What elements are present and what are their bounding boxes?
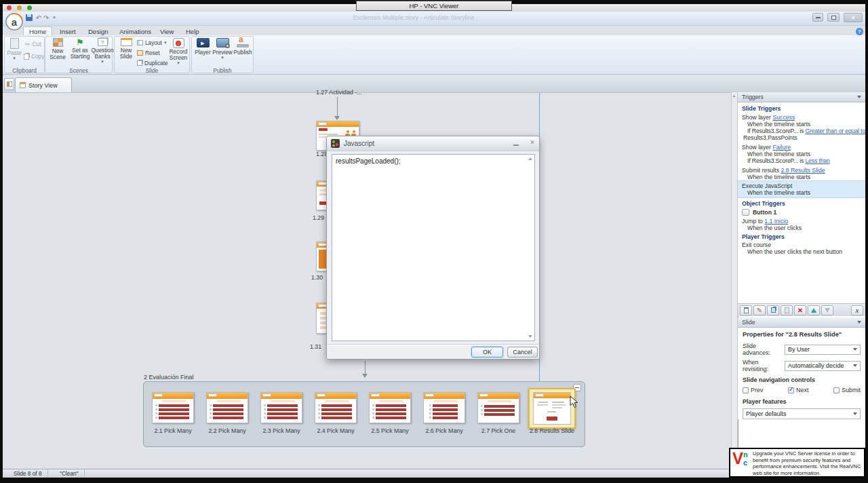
thumb-logo-chip: [317, 393, 326, 397]
trigger-show-layer-failure[interactable]: Show layer Failure When the timeline sta…: [742, 144, 863, 164]
slide-advances-select[interactable]: By User: [785, 345, 861, 355]
help-icon[interactable]: ?: [856, 28, 863, 35]
layout-button[interactable]: Layout ▾: [137, 39, 166, 46]
next-checkbox[interactable]: ✓Next: [788, 387, 809, 393]
qat-customize-button[interactable]: ▾: [52, 14, 57, 22]
object-button-1[interactable]: Button 1: [742, 208, 863, 216]
canvas-scrollbar[interactable]: ▲: [731, 92, 738, 469]
tab-design[interactable]: Design: [83, 26, 114, 36]
publish-button[interactable]: a Publish: [233, 38, 252, 56]
slide-label-1-31[interactable]: 1.31: [310, 343, 321, 350]
dialog-close-button[interactable]: ✕: [527, 138, 538, 147]
trigger-exit-course[interactable]: Exit course When the user clicks the nex…: [742, 242, 863, 255]
reset-button[interactable]: Reset: [137, 50, 160, 56]
close-button[interactable]: ✕: [844, 13, 863, 22]
tab-help[interactable]: Help: [180, 26, 205, 36]
trigger-execute-javascript-selected[interactable]: Execute JavaScript When the timeline sta…: [738, 180, 865, 198]
slide-label-2-5[interactable]: 2.5 Pick Many: [363, 427, 417, 434]
slide-thumbnail-2-5[interactable]: [369, 392, 411, 423]
trigger-link-inicio[interactable]: 1.1 Inicio: [764, 218, 788, 225]
trigger-link-success[interactable]: Success: [772, 114, 795, 121]
view-switcher-button[interactable]: [4, 78, 14, 90]
javascript-code-editor[interactable]: resultsPageLoaded();: [332, 154, 535, 341]
duplicate-button[interactable]: Duplicate: [137, 60, 168, 66]
scene-2-title[interactable]: 2 Evaluación Final: [144, 374, 194, 381]
ok-button[interactable]: OK: [471, 347, 503, 358]
slide-label-1-30[interactable]: 1.30: [311, 274, 323, 281]
scroll-up-icon[interactable]: [528, 157, 532, 160]
minimize-button[interactable]: [812, 13, 823, 22]
mac-zoom-icon[interactable]: [27, 5, 32, 10]
cut-button[interactable]: ✂ Cut: [25, 41, 41, 47]
paste-button[interactable]: Paste ▾: [5, 38, 23, 60]
new-slide-button[interactable]: New Slide: [117, 38, 136, 60]
slide-thumbnail-2-3[interactable]: [260, 392, 302, 423]
copy-trigger-button[interactable]: [767, 305, 779, 315]
tab-home[interactable]: Home: [23, 26, 52, 36]
player-features-select[interactable]: Player defaults: [743, 408, 861, 419]
slide-label-2-7[interactable]: 2.7 Pick One: [471, 427, 526, 434]
prev-checkbox[interactable]: Prev: [743, 387, 764, 393]
slide-label-2-3[interactable]: 2.3 Pick Many: [254, 427, 309, 434]
paste-trigger-button[interactable]: [781, 305, 793, 315]
slide-thumbnail-2-2[interactable]: [206, 392, 248, 423]
trigger-jump-to[interactable]: Jump to 1.1 Inicio When the user clicks: [742, 218, 863, 231]
slide-label-1-27[interactable]: 1.27 Actividad -...: [316, 89, 361, 96]
dialog-minimize-button[interactable]: [511, 140, 521, 147]
new-trigger-button[interactable]: [740, 305, 752, 315]
new-scene-button[interactable]: New Scene: [47, 38, 68, 60]
slide-thumbnail-2-7[interactable]: [477, 392, 519, 423]
tab-animations[interactable]: Animations: [114, 26, 157, 36]
question-banks-button[interactable]: ? Question Banks ▾: [92, 38, 113, 64]
slide-label-2-2[interactable]: 2.2 Pick Many: [200, 427, 254, 434]
slide-thumbnail-2-6[interactable]: [423, 392, 465, 423]
chevron-down-icon[interactable]: [857, 321, 861, 324]
arrow-up-icon: [811, 308, 816, 313]
trigger-link-operator[interactable]: Greater than or equal to: [805, 128, 865, 134]
trigger-link-results-slide[interactable]: 2.8 Results Slide: [781, 167, 825, 174]
mac-minimize-icon[interactable]: [17, 5, 22, 10]
tab-insert[interactable]: Insert: [54, 26, 81, 36]
redo-button[interactable]: ↷: [43, 14, 50, 22]
set-as-starting-button[interactable]: ⚑ Set as Starting: [69, 38, 91, 60]
triggers-panel-header[interactable]: Triggers: [738, 92, 865, 102]
trigger-link-failure[interactable]: Failure: [772, 144, 791, 151]
slide-label-1-29[interactable]: 1.29: [313, 214, 324, 221]
record-screen-button[interactable]: Record Screen ▾: [168, 38, 189, 65]
slide-thumbnail-2-8[interactable]: [533, 392, 571, 425]
player-button[interactable]: ▶ Player: [194, 38, 212, 56]
thumb-answer-bars: [433, 404, 458, 419]
restore-button[interactable]: [827, 13, 840, 22]
vnc-upgrade-notice[interactable]: V n c Upgrade your VNC Server license in…: [729, 448, 865, 478]
undo-button[interactable]: ↶: [35, 14, 42, 22]
scroll-up-icon[interactable]: ▲: [732, 94, 736, 98]
tab-view[interactable]: View: [155, 26, 179, 36]
scroll-down-icon[interactable]: [528, 335, 532, 338]
trigger-submit-results[interactable]: Submit results 2.8 Results Slide When th…: [742, 167, 863, 180]
slide-thumbnail-2-4[interactable]: [315, 392, 357, 423]
copy-button[interactable]: Copy: [24, 53, 44, 60]
slide-panel-header[interactable]: Slide: [738, 317, 865, 328]
triggers-panel[interactable]: Slide Triggers Show layer Success When t…: [738, 102, 865, 303]
slide-label-2-4[interactable]: 2.4 Pick Many: [309, 427, 363, 434]
when-revisiting-select[interactable]: Automatically decide: [785, 361, 861, 371]
slide-label-2-8[interactable]: 2.8 Results Slide: [525, 427, 579, 434]
delete-trigger-button[interactable]: ✕: [794, 305, 806, 315]
move-trigger-up-button[interactable]: [808, 305, 820, 315]
manage-variables-button[interactable]: x: [851, 305, 863, 315]
resize-grip[interactable]: [533, 353, 538, 358]
trigger-show-layer-success[interactable]: Show layer Success When the timeline sta…: [742, 114, 863, 141]
mac-close-icon[interactable]: [7, 5, 12, 10]
submit-checkbox[interactable]: Submit: [833, 387, 861, 393]
trigger-link-operator[interactable]: Less than: [805, 157, 829, 164]
save-button[interactable]: [25, 14, 33, 22]
edit-trigger-button[interactable]: ✎: [753, 305, 766, 315]
slide-thumbnail-2-1[interactable]: [152, 392, 194, 423]
tab-story-view[interactable]: Story View: [15, 77, 72, 92]
slide-label-2-1[interactable]: 2.1 Pick Many: [146, 427, 200, 434]
move-trigger-down-button[interactable]: [821, 305, 833, 315]
slide-label-2-6[interactable]: 2.6 Pick Many: [417, 427, 471, 434]
chevron-down-icon[interactable]: [857, 96, 861, 98]
preview-button[interactable]: Preview ▾: [213, 38, 232, 60]
dialog-titlebar[interactable]: Javascript ✕: [327, 136, 539, 151]
